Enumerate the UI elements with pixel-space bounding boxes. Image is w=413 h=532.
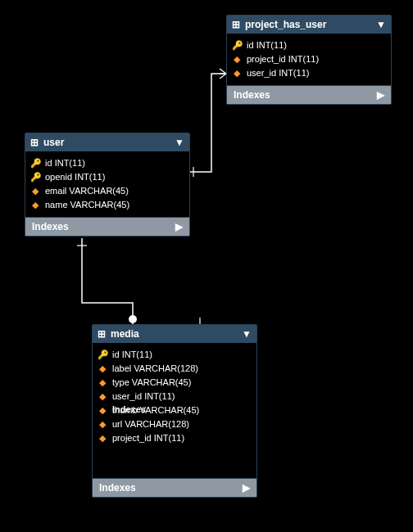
column-type: VARCHAR(128) <box>125 419 189 429</box>
play-icon: ▶ <box>175 221 183 232</box>
entity-header[interactable]: ⊞ media ▼ <box>93 325 256 343</box>
indexes-bar[interactable]: Indexes ▶ <box>25 217 189 236</box>
column-row: ◆ project_id INT(11) <box>230 52 388 66</box>
indexes-label: Indexes <box>99 482 136 494</box>
column-type: INT(11) <box>55 158 85 168</box>
entity-columns: 🔑 id INT(11) ◆ label VARCHAR(128) ◆ type… <box>93 343 256 478</box>
table-icon: ⊞ <box>232 19 240 30</box>
play-icon: ▶ <box>243 482 250 494</box>
diamond-icon: ◆ <box>98 390 107 403</box>
diamond-icon: ◆ <box>30 185 40 197</box>
column-row: ◆ user_id INT(11) <box>230 66 388 80</box>
key-icon: 🔑 <box>232 39 242 52</box>
key-icon: 🔑 <box>30 157 40 169</box>
column-name: id <box>45 158 52 168</box>
column-row: ◆ name VARCHAR(45) <box>29 198 186 212</box>
column-type: INT(11) <box>154 433 184 443</box>
column-type: VARCHAR(45) <box>70 200 130 210</box>
column-name: project_id <box>247 54 286 64</box>
diamond-icon: ◆ <box>98 404 107 417</box>
er-diagram-canvas: ⊞ project_has_user ▼ 🔑 id INT(11) ◆ proj… <box>0 0 413 532</box>
column-name: email <box>45 186 66 196</box>
entity-columns: 🔑 id INT(11) ◆ project_id INT(11) ◆ user… <box>227 34 391 85</box>
column-name: id <box>247 40 254 50</box>
indexes-label: Indexes <box>234 89 270 101</box>
entity-user[interactable]: ⊞ user ▼ 🔑 id INT(11) 🔑 openid INT(11) ◆… <box>25 133 190 237</box>
column-row: 🔑 openid INT(11) <box>29 170 186 184</box>
entity-title: user <box>43 137 64 148</box>
entity-title: media <box>111 328 139 340</box>
entity-project-has-user[interactable]: ⊞ project_has_user ▼ 🔑 id INT(11) ◆ proj… <box>226 15 392 105</box>
entity-header[interactable]: ⊞ user ▼ <box>25 133 189 151</box>
column-row: ◆ user_id INT(11) <box>96 390 253 404</box>
column-type: INT(11) <box>279 68 309 78</box>
column-type: INT(11) <box>256 40 287 50</box>
column-row: 🔑 id INT(11) <box>230 38 388 52</box>
entity-columns: 🔑 id INT(11) 🔑 openid INT(11) ◆ email VA… <box>25 151 189 217</box>
entity-header[interactable]: ⊞ project_has_user ▼ <box>227 16 391 34</box>
key-icon: 🔑 <box>98 349 107 361</box>
indexes-label: Indexes <box>32 221 69 232</box>
column-name: id <box>112 349 120 359</box>
column-row: ◆ url VARCHAR(128) <box>96 417 253 431</box>
column-type: INT(11) <box>75 172 105 182</box>
column-name: url <box>112 419 122 429</box>
column-name: type <box>112 377 129 387</box>
indexes-bar[interactable]: Indexes ▶ <box>93 478 256 497</box>
diamond-icon: ◆ <box>98 376 107 389</box>
entity-media[interactable]: ⊞ media ▼ 🔑 id INT(11) ◆ label VARCHAR(1… <box>92 324 257 498</box>
column-name: user_id <box>247 68 276 78</box>
inline-indexes-label: Indexes <box>112 404 146 416</box>
diamond-icon: ◆ <box>232 53 242 65</box>
column-row: ◆ email VARCHAR(45) <box>29 184 186 198</box>
diamond-icon: ◆ <box>98 363 107 375</box>
chevron-down-icon[interactable]: ▼ <box>242 328 252 340</box>
column-name: project_id <box>112 433 152 443</box>
chevron-down-icon[interactable]: ▼ <box>376 19 386 30</box>
column-row: 🔑 id INT(11) <box>29 156 186 170</box>
column-type: VARCHAR(45) <box>132 377 192 387</box>
column-type: INT(11) <box>144 391 175 401</box>
column-row: ◆ label VARCHAR(128) <box>96 362 253 376</box>
diamond-icon: ◆ <box>98 432 107 444</box>
indexes-bar[interactable]: Indexes ▶ <box>227 85 391 104</box>
chevron-down-icon[interactable]: ▼ <box>175 137 184 148</box>
column-row: ◆ project_id INT(11) <box>96 431 253 445</box>
diamond-icon: ◆ <box>30 199 40 211</box>
column-row: 🔑 id INT(11) <box>96 348 253 362</box>
column-name: user_id <box>112 391 142 401</box>
column-type: VARCHAR(128) <box>134 363 198 373</box>
column-row: ◆ type VARCHAR(45) <box>96 376 253 390</box>
table-icon: ⊞ <box>98 328 106 340</box>
column-type: VARCHAR(45) <box>140 405 200 415</box>
column-name: name <box>45 200 68 210</box>
svg-point-0 <box>129 315 137 323</box>
column-type: INT(11) <box>122 349 152 359</box>
column-type: VARCHAR(45) <box>69 186 129 196</box>
column-name: label <box>112 363 131 373</box>
column-row: ◆ thumb VARCHAR(45) Indexes <box>96 404 253 417</box>
play-icon: ▶ <box>377 89 384 101</box>
table-icon: ⊞ <box>30 137 39 148</box>
entity-title: project_has_user <box>245 19 326 30</box>
column-type: INT(11) <box>288 54 319 64</box>
key-icon: 🔑 <box>30 171 40 183</box>
diamond-icon: ◆ <box>98 418 107 431</box>
column-name: openid <box>45 172 72 182</box>
diamond-icon: ◆ <box>232 67 242 79</box>
